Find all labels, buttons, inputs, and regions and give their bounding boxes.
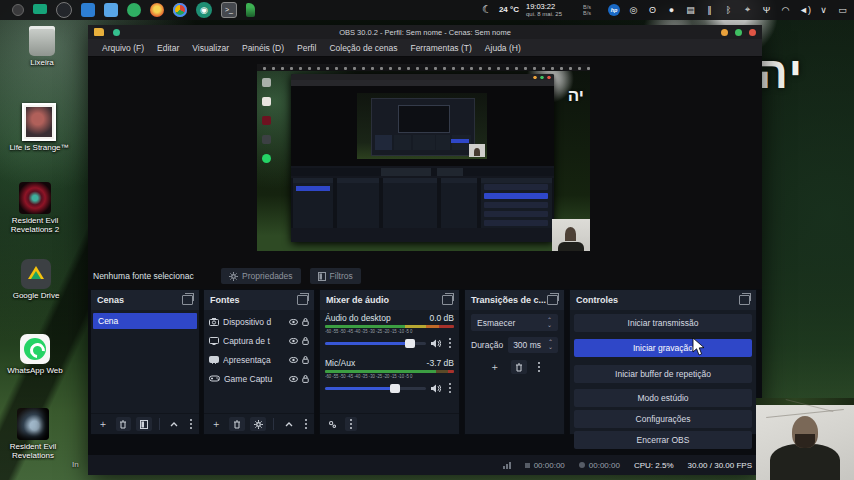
scene-label: Cena bbox=[98, 316, 118, 326]
eye-icon[interactable] bbox=[289, 376, 298, 382]
mixer-more-button[interactable] bbox=[345, 417, 357, 431]
steam-tray-icon[interactable]: ʘ bbox=[647, 5, 658, 15]
sources-toolbar: ＋ bbox=[204, 413, 314, 434]
wifi-icon[interactable]: ◠ bbox=[780, 5, 791, 15]
speaker-icon[interactable] bbox=[431, 339, 441, 348]
lock-icon[interactable] bbox=[302, 318, 309, 326]
dock-popup-icon[interactable] bbox=[739, 295, 750, 305]
desktop-icon-resident-evil-revelations-2[interactable]: Resident Evil Revelations 2 bbox=[0, 182, 74, 234]
source-row[interactable]: Apresentaça bbox=[206, 351, 312, 368]
source-row[interactable]: Captura de t bbox=[206, 332, 312, 349]
plant-icon[interactable] bbox=[246, 3, 255, 17]
hp-logo-icon[interactable]: hp bbox=[608, 4, 620, 16]
remove-source-button[interactable] bbox=[229, 417, 245, 431]
menu-visualizar[interactable]: Visualizar bbox=[192, 43, 229, 53]
channel-more-button[interactable] bbox=[446, 381, 454, 395]
terminal-icon[interactable]: >_ bbox=[221, 2, 237, 18]
menu-arquivo[interactable]: Arquivo (F) bbox=[102, 43, 144, 53]
scene-filters-button[interactable] bbox=[136, 417, 152, 431]
mini-obs-window bbox=[291, 74, 554, 242]
firefox-icon[interactable] bbox=[150, 3, 164, 17]
preview-zone[interactable]: יה bbox=[88, 57, 762, 263]
scene-item-cena[interactable]: Cena bbox=[93, 313, 197, 329]
menu-paineis[interactable]: Painéis (D) bbox=[242, 43, 284, 53]
lock-icon[interactable] bbox=[302, 356, 309, 364]
dock-popup-icon[interactable] bbox=[182, 295, 193, 305]
transitions-header[interactable]: Transições de c... bbox=[465, 290, 564, 310]
scene-up-button[interactable] bbox=[167, 417, 183, 431]
menu-colecao-de-cenas[interactable]: Coleção de cenas bbox=[329, 43, 397, 53]
source-more-button[interactable] bbox=[302, 417, 310, 431]
duration-spinner[interactable]: 300 ms ⌃⌄ bbox=[508, 337, 558, 353]
menu-editar[interactable]: Editar bbox=[157, 43, 179, 53]
mango-icon[interactable] bbox=[127, 3, 141, 17]
remove-scene-button[interactable] bbox=[116, 417, 132, 431]
obs-tray-icon[interactable]: ◎ bbox=[628, 5, 639, 15]
messenger-icon[interactable] bbox=[81, 3, 95, 17]
mixer-header[interactable]: Mixer de áudio bbox=[320, 290, 459, 310]
sources-header[interactable]: Fontes bbox=[204, 290, 314, 310]
eye-icon[interactable] bbox=[289, 319, 298, 325]
channel-more-button[interactable] bbox=[446, 336, 454, 350]
chrome-icon[interactable] bbox=[173, 3, 187, 17]
launcher-icon[interactable] bbox=[12, 4, 24, 16]
start-streaming-button[interactable]: Iniciar transmissão bbox=[574, 314, 752, 332]
files-icon[interactable] bbox=[104, 3, 118, 17]
add-transition-button[interactable]: ＋ bbox=[487, 360, 503, 374]
scene-more-button[interactable] bbox=[187, 417, 195, 431]
eye-icon[interactable] bbox=[289, 357, 298, 363]
menu-ajuda[interactable]: Ajuda (H) bbox=[485, 43, 521, 53]
source-row[interactable]: Game Captu bbox=[206, 370, 312, 387]
show-desktop-icon[interactable] bbox=[33, 4, 47, 14]
menu-ferramentas[interactable]: Ferramentas (T) bbox=[410, 43, 471, 53]
properties-button[interactable]: Propriedades bbox=[221, 268, 301, 284]
source-row[interactable]: Dispositivo d bbox=[206, 313, 312, 330]
chevron-down-icon[interactable]: ∨ bbox=[818, 5, 829, 15]
clock-time: 19:03:22 bbox=[526, 3, 562, 11]
add-source-button[interactable]: ＋ bbox=[208, 417, 224, 431]
desktop-icon-lixeira[interactable]: Lixeira bbox=[3, 26, 81, 67]
desktop-icon-whatsapp-web[interactable]: WhatsApp Web bbox=[0, 334, 74, 375]
obs-taskbar-icon[interactable]: ◉ bbox=[196, 2, 212, 18]
desktop-icon-resident-evil-revelations[interactable]: Resident Evil Revelations bbox=[0, 408, 72, 460]
lock-icon[interactable] bbox=[302, 337, 309, 345]
transition-more-button[interactable] bbox=[535, 360, 543, 374]
mixer-settings-button[interactable] bbox=[324, 417, 340, 431]
eye-icon[interactable] bbox=[289, 338, 298, 344]
start-recording-button[interactable]: Iniciar gravação bbox=[574, 339, 752, 357]
filters-button[interactable]: Filtros bbox=[310, 268, 361, 284]
night-mode-icon[interactable]: ☾ bbox=[482, 3, 492, 16]
settings-button[interactable]: Configurações bbox=[574, 410, 752, 428]
remove-transition-button[interactable] bbox=[511, 360, 527, 374]
clipboard-icon[interactable]: ▤ bbox=[685, 5, 696, 15]
dock-popup-icon[interactable] bbox=[297, 295, 308, 305]
volume-slider[interactable] bbox=[325, 342, 426, 345]
steam-icon[interactable] bbox=[56, 2, 72, 18]
record-dot-icon[interactable]: ● bbox=[666, 5, 677, 15]
source-properties-button[interactable] bbox=[250, 417, 266, 431]
desktop-icon-life-is-strange[interactable]: Life is Strange™ bbox=[0, 103, 78, 152]
obs-titlebar[interactable]: OBS 30.0.2 - Perfil: Sem nome - Cenas: S… bbox=[88, 25, 762, 39]
volume-slider[interactable] bbox=[325, 387, 426, 390]
volume-icon[interactable]: ◄) bbox=[799, 5, 810, 15]
dock-popup-icon[interactable] bbox=[442, 295, 453, 305]
transition-select[interactable]: Esmaecer ⌃⌄ bbox=[471, 314, 558, 331]
bluetooth-icon[interactable]: ᛒ bbox=[723, 5, 734, 15]
desktop-icon-google-drive[interactable]: Google Drive bbox=[0, 259, 75, 300]
start-replay-buffer-button[interactable]: Iniciar buffer de repetição bbox=[574, 365, 752, 383]
exit-obs-button[interactable]: Encerrar OBS bbox=[574, 431, 752, 449]
dock-popup-icon[interactable] bbox=[547, 295, 558, 305]
studio-mode-button[interactable]: Modo estúdio bbox=[574, 389, 752, 407]
scenes-header[interactable]: Cenas bbox=[91, 290, 199, 310]
source-up-button[interactable] bbox=[281, 417, 297, 431]
clock[interactable]: 19:03:22 qui. 8 mai. 25 bbox=[526, 3, 562, 17]
lock-icon[interactable] bbox=[302, 375, 309, 383]
menu-perfil[interactable]: Perfil bbox=[297, 43, 316, 53]
add-scene-button[interactable]: ＋ bbox=[95, 417, 111, 431]
pause-icon[interactable]: ∥ bbox=[704, 5, 715, 15]
microphone-icon[interactable]: Ψ bbox=[761, 5, 772, 15]
display-icon[interactable]: ▭ bbox=[837, 5, 848, 15]
controls-header[interactable]: Controles bbox=[570, 290, 756, 310]
speaker-icon[interactable] bbox=[431, 384, 441, 393]
location-icon[interactable]: ⌖ bbox=[742, 4, 753, 15]
